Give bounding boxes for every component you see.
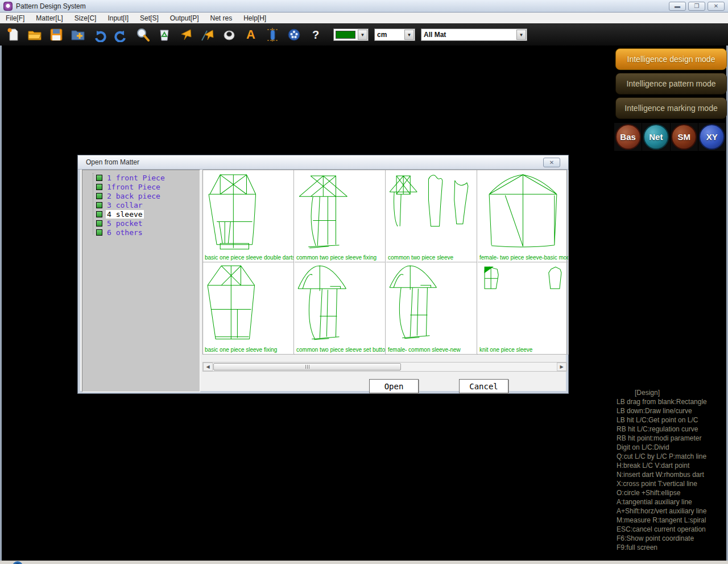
help-line: M:measure R:tangent L:spiral bbox=[617, 516, 727, 525]
help-line: RB hit point:modi parameter bbox=[617, 434, 727, 443]
help-line: F6:Show point coordinate bbox=[617, 534, 727, 543]
help-line: LB down:Draw line/curve bbox=[617, 406, 727, 415]
restore-button[interactable]: ❐ bbox=[688, 2, 705, 11]
menu-matter[interactable]: Matter[L] bbox=[30, 13, 68, 24]
line-color-swatch bbox=[336, 31, 355, 39]
sm-button[interactable]: SM bbox=[671, 124, 697, 150]
matter-tree: 1 front Piece 1front Piece 2 back piece … bbox=[82, 170, 200, 392]
minimize-button[interactable]: ▬ bbox=[669, 2, 686, 11]
title-bar[interactable]: Pattern Design System ▬ ❐ ✕ bbox=[0, 0, 728, 13]
help-icon[interactable]: ? bbox=[306, 26, 325, 44]
help-line: O:circle +Shift:ellipse bbox=[617, 488, 727, 497]
menu-bar: File[F] Matter[L] Size[C] Input[I] Set[S… bbox=[0, 13, 728, 24]
tree-node-icon bbox=[96, 193, 102, 199]
tree-node-icon bbox=[96, 220, 102, 227]
menu-output[interactable]: Output[P] bbox=[164, 13, 205, 24]
menu-help[interactable]: Help[H] bbox=[238, 13, 272, 24]
intelligence-design-mode-button[interactable]: Intelligence design mode bbox=[615, 48, 727, 70]
net-button[interactable]: Net bbox=[643, 124, 669, 150]
undo-icon[interactable] bbox=[90, 26, 109, 44]
film-tool-icon[interactable] bbox=[284, 26, 304, 44]
help-line: RB hit L/C:regulation curve bbox=[617, 425, 727, 434]
help-line: A+Shift:horz/vert auxiliary line bbox=[617, 507, 727, 516]
tree-item[interactable]: 3 collar bbox=[82, 200, 200, 209]
thumbnail-common-two-piece-sleeve-set-button[interactable]: common two piece sleeve set button bbox=[295, 262, 386, 355]
xy-button[interactable]: XY bbox=[699, 124, 725, 150]
intelligence-pattern-mode-button[interactable]: Intelligence pattern mode bbox=[615, 73, 727, 94]
tree-node-icon bbox=[96, 229, 102, 236]
new-file-icon[interactable] bbox=[3, 26, 23, 44]
dialog-close-icon[interactable]: ✕ bbox=[543, 158, 560, 167]
taskbar-peek-icon bbox=[13, 561, 23, 564]
help-panel: [Design] LB drag from blank:Rectangle LB… bbox=[617, 388, 727, 552]
tree-node-icon bbox=[96, 202, 102, 208]
open-folder-icon[interactable] bbox=[25, 26, 44, 44]
thumbnail-common-two-piece-sleeve[interactable]: common two piece sleeve bbox=[386, 170, 477, 262]
recycle-bin-icon[interactable] bbox=[155, 26, 174, 44]
chevron-down-icon[interactable]: ▼ bbox=[358, 30, 367, 40]
tree-node-icon bbox=[96, 175, 102, 181]
snap-arrow-icon[interactable] bbox=[198, 26, 217, 44]
menu-input[interactable]: Input[I] bbox=[102, 13, 134, 24]
line-color-combo[interactable]: ▼ bbox=[333, 28, 369, 41]
chevron-down-icon[interactable]: ▼ bbox=[404, 30, 414, 40]
tree-node-icon bbox=[96, 211, 102, 217]
tree-item[interactable]: 6 others bbox=[82, 228, 200, 237]
tree-item[interactable]: 1front Piece bbox=[82, 182, 200, 191]
help-line: LB drag from blank:Rectangle bbox=[617, 397, 727, 406]
unit-value: cm bbox=[375, 29, 404, 40]
unit-combo[interactable]: cm ▼ bbox=[374, 28, 415, 41]
import-folder-icon[interactable] bbox=[68, 26, 88, 44]
open-from-matter-dialog: Open from Matter ✕ 1 front Piece 1front … bbox=[77, 155, 569, 394]
close-button[interactable]: ✕ bbox=[708, 2, 725, 11]
window-title: Pattern Design System bbox=[16, 2, 86, 10]
bas-button[interactable]: Bas bbox=[615, 124, 641, 150]
scroll-right-icon[interactable]: ▶ bbox=[557, 363, 566, 371]
thumbnail-basic-one-piece-sleeve-double-darts[interactable]: basic one piece sleeve double darts cuff bbox=[203, 170, 294, 262]
open-button[interactable]: Open bbox=[369, 379, 419, 393]
save-icon[interactable] bbox=[47, 26, 66, 44]
cancel-button[interactable]: Cancel bbox=[459, 379, 508, 393]
thumbnail-female-common-sleeve-new[interactable]: female- common sleeve-new bbox=[386, 262, 477, 355]
tree-item[interactable]: 5 pocket bbox=[82, 219, 200, 228]
pattern-thumbnail-grid: basic one piece sleeve double darts cuff… bbox=[202, 170, 567, 355]
thumbnail-knit-one-piece-sleeve[interactable]: knit one piece sleeve bbox=[478, 262, 569, 355]
thumbnail-hscrollbar[interactable]: ◀ ▶ bbox=[202, 362, 567, 372]
menu-size[interactable]: Size[C] bbox=[69, 13, 102, 24]
app-icon bbox=[3, 2, 13, 11]
help-line: H:break L/C V:dart point bbox=[617, 461, 727, 470]
help-line: X:cross point T:vertical line bbox=[617, 479, 727, 488]
taskbar-strip bbox=[0, 561, 728, 564]
tree-item-selected[interactable]: 4 sleeve bbox=[82, 209, 200, 219]
text-tool-icon[interactable]: A bbox=[241, 26, 260, 44]
scrollbar-thumb[interactable] bbox=[213, 363, 401, 370]
help-line: Digit on L/C:Divid bbox=[617, 443, 727, 452]
material-value: All Mat bbox=[421, 29, 516, 40]
help-line: Q:cut L/C by L/C P:match line bbox=[617, 452, 727, 461]
menu-file[interactable]: File[F] bbox=[0, 13, 30, 24]
right-sidebar: Intelligence design mode Intelligence pa… bbox=[614, 46, 728, 561]
drawing-canvas[interactable]: Open from Matter ✕ 1 front Piece 1front … bbox=[0, 46, 614, 561]
app-window: Pattern Design System ▬ ❐ ✕ File[F] Matt… bbox=[0, 0, 728, 564]
tree-item[interactable]: 2 back piece bbox=[82, 191, 200, 200]
help-line: ESC:cancel current operation bbox=[617, 525, 727, 534]
intelligence-marking-mode-button[interactable]: Intelligence marking mode bbox=[615, 97, 727, 119]
dialog-title-bar[interactable]: Open from Matter bbox=[78, 155, 568, 170]
menu-netres[interactable]: Net res bbox=[204, 13, 238, 24]
tree-item[interactable]: 1 front Piece bbox=[82, 173, 200, 182]
select-arrow-icon[interactable] bbox=[176, 26, 196, 44]
tree-node-icon bbox=[96, 184, 102, 190]
zoom-icon[interactable] bbox=[133, 26, 152, 44]
menu-set[interactable]: Set[S] bbox=[134, 13, 164, 24]
help-line: N:insert dart W:rhombus dart bbox=[617, 470, 727, 479]
material-combo[interactable]: All Mat ▼ bbox=[421, 28, 527, 41]
redo-icon[interactable] bbox=[111, 26, 131, 44]
thumbnail-basic-one-piece-sleeve-fixing[interactable]: basic one piece sleeve fixing bbox=[203, 262, 294, 355]
thumbnail-common-two-piece-sleeve-fixing[interactable]: common two piece sleeve fixing bbox=[295, 170, 386, 262]
thumbnail-female-two-piece-sleeve-basic-mode[interactable]: female- two piece sleeve-basic mode bbox=[478, 170, 569, 262]
chevron-down-icon[interactable]: ▼ bbox=[516, 30, 526, 40]
ring-tool-icon[interactable] bbox=[220, 26, 239, 44]
help-line: F9:full screen bbox=[617, 543, 727, 552]
measure-tool-icon[interactable] bbox=[263, 26, 282, 44]
scroll-left-icon[interactable]: ◀ bbox=[203, 363, 213, 371]
